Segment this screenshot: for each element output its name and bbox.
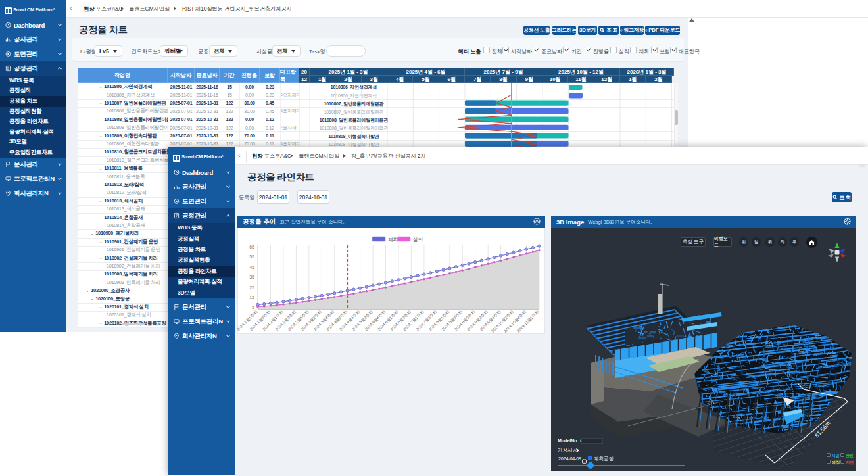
svg-text:2024.11월1주차: 2024.11월1주차 [516,309,540,333]
svg-text:1010809_이형접속다발관: 1010809_이형접속다발관 [328,142,379,147]
svg-text:실적: 실적 [413,237,423,243]
svg-text:1010808_일반용폴리에틸렌이음관: 1010808_일반용폴리에틸렌이음관 [320,126,389,131]
svg-text:35: 35 [249,275,254,279]
svg-text:1010809_이형접속다발관: 1010809_이형접속다발관 [328,134,379,139]
svg-text:15: 15 [249,295,254,300]
svg-text:1010806_자연석경계석: 1010806_자연석경계석 [331,85,377,90]
svg-text:45: 45 [249,265,254,270]
svg-text:1010807_일반용폴리에틸렌관: 1010807_일반용폴리에틸렌관 [324,101,384,107]
svg-text:1010807_일반용폴리에틸렌관: 1010807_일반용폴리에틸렌관 [324,110,384,115]
svg-text:1010808_일반용폴리에틸렌이음관: 1010808_일반용폴리에틸렌이음관 [320,118,389,123]
svg-text:2024.10월4주차: 2024.10월4주차 [502,309,527,333]
svg-text:계획: 계획 [388,237,398,243]
svg-text:1010806_자연석경계석: 1010806_자연석경계석 [331,93,377,99]
svg-text:65: 65 [249,245,254,249]
svg-text:25: 25 [249,285,254,290]
svg-text:55: 55 [249,254,254,259]
